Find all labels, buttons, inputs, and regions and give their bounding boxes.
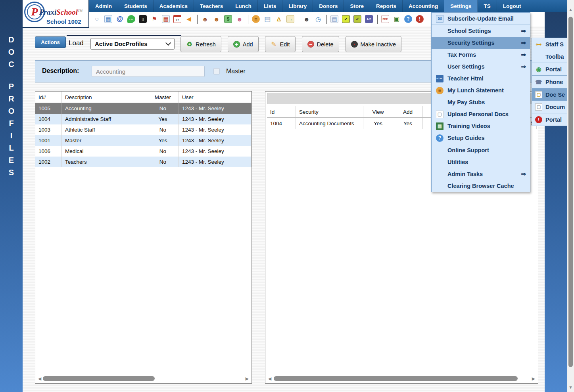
chat-bubble-icon[interactable]: ⋯ [127, 15, 135, 23]
submenu-item[interactable]: ! Portal [532, 113, 567, 126]
nav-store[interactable]: Store [344, 0, 370, 12]
vertical-scroll-thumb[interactable] [568, 17, 573, 367]
nav-settings[interactable]: Settings [444, 0, 478, 12]
bell-icon[interactable]: Δ [275, 15, 283, 23]
nav-ts[interactable]: TS [478, 0, 497, 12]
mute-flag-icon[interactable]: ⚑ [150, 15, 158, 23]
print-check-icon[interactable]: ✓ [353, 15, 361, 23]
scroll-left-icon[interactable]: ◀ [267, 376, 272, 381]
money-icon[interactable]: $ [224, 15, 232, 23]
col-add[interactable]: Add [393, 106, 423, 117]
calendar-grid-icon[interactable]: ▦ [104, 15, 112, 23]
scroll-down-icon[interactable]: ▼ [567, 385, 574, 390]
calendar-date-icon[interactable]: 17 [173, 15, 181, 23]
mobile-phone-icon[interactable]: ▯ [139, 15, 147, 23]
nav-admin[interactable]: Admin [89, 0, 118, 12]
profile-row[interactable]: 1003 Athletic Staff No 1243 - Mr. Seeley [35, 124, 251, 135]
settings-menu-item[interactable]: Security Settings ⇒ [432, 37, 530, 49]
col-id[interactable]: Id [267, 106, 296, 117]
actions-tab[interactable]: Actions [35, 36, 66, 48]
settings-menu-item[interactable]: HTML Teacher Html [432, 73, 530, 84]
send-note-icon[interactable]: → [286, 15, 294, 23]
profiles-hscrollbar[interactable]: ◀ ▶ [36, 375, 250, 382]
settings-menu-item[interactable]: Admin Tasks ⇒ [432, 168, 530, 180]
cash-register-icon[interactable]: ▣ [393, 15, 401, 23]
col-id[interactable]: Id# [35, 92, 62, 103]
delete-button[interactable]: − Delete [302, 36, 339, 52]
help-icon[interactable]: ? [404, 15, 412, 23]
hscroll-thumb[interactable] [274, 376, 518, 381]
scroll-right-icon[interactable]: ▶ [531, 376, 536, 381]
search-icon[interactable]: ○ [93, 15, 101, 23]
make-inactive-button[interactable]: ▪ Make Inactive [346, 36, 401, 52]
settings-menu-item[interactable]: Tax Forms ⇒ [432, 49, 530, 61]
ap-badge-icon[interactable]: A/P [365, 15, 373, 23]
col-security[interactable]: Security [296, 106, 363, 117]
lunch-burger-icon[interactable]: ≡ [252, 15, 260, 23]
scroll-right-icon[interactable]: ▶ [245, 376, 250, 381]
student-icon[interactable]: ☻ [213, 15, 221, 23]
docprofiles-select[interactable]: Active DocProfiles [90, 38, 175, 50]
scroll-left-icon[interactable]: ◀ [37, 376, 42, 381]
security-hscrollbar[interactable]: ◀ ▶ [267, 375, 537, 382]
profile-row[interactable]: 1002 Teachers No 1243 - Mr. Seeley [35, 157, 251, 167]
nav-lunch[interactable]: Lunch [229, 0, 258, 12]
profile-row[interactable]: 1001 Master Yes 1243 - Mr. Seeley [35, 135, 251, 146]
settings-menu-item[interactable]: Online Support [432, 144, 530, 156]
submenu-item[interactable]: Toolba [532, 50, 567, 63]
settings-menu-item[interactable]: Utilities [432, 156, 530, 168]
edit-button[interactable]: ✎ Edit [265, 36, 296, 52]
master-checkbox[interactable] [213, 68, 220, 75]
globe-icon: ◉ [535, 66, 542, 73]
add-button[interactable]: + Add [228, 36, 259, 52]
alarm-clock-icon[interactable]: ◷ [314, 15, 322, 23]
settings-menu-item[interactable]: ? Setup Guides [432, 132, 530, 144]
nav-reports[interactable]: Reports [370, 0, 403, 12]
paycheck-icon[interactable]: ✓ [342, 15, 350, 23]
profile-row[interactable]: 1004 Administrative Staff Yes 1243 - Mr.… [35, 114, 251, 124]
submenu-item[interactable]: ⊶ Staff S [532, 38, 567, 50]
scroll-up-icon[interactable]: ▲ [567, 7, 574, 12]
settings-menu-item[interactable]: ▢ Upload Personal Docs [432, 108, 530, 120]
calculator-icon[interactable]: ▦ [162, 15, 170, 23]
submenu-item[interactable]: ◉ Portal [532, 63, 567, 76]
email-at-icon[interactable]: @ [116, 15, 124, 23]
nav-library[interactable]: Library [282, 0, 313, 12]
family-group-icon[interactable]: ☻ [236, 15, 244, 23]
nav-donors[interactable]: Donors [313, 0, 344, 12]
description-input[interactable]: Accounting [92, 66, 205, 77]
spreadsheet-icon[interactable]: ▤ [330, 15, 338, 23]
nav-logout[interactable]: Logout [497, 0, 528, 12]
settings-menu-item[interactable]: Clearing Browser Cache [432, 180, 530, 192]
settings-menu-item[interactable]: ✉ Subscribe-Update Email [432, 13, 530, 25]
settings-menu-item[interactable]: My Pay Stubs [432, 96, 530, 108]
staff-person-icon[interactable]: ☻ [303, 15, 311, 23]
settings-menu-item[interactable]: ≡ My Lunch Statement [432, 84, 530, 96]
refresh-button[interactable]: ♻ Refresh [180, 36, 221, 52]
col-user[interactable]: User [179, 92, 251, 103]
pdf-icon[interactable]: PDF [381, 15, 389, 23]
page-vertical-scrollbar[interactable]: ▲ ▼ [567, 0, 574, 392]
nav-teachers[interactable]: Teachers [194, 0, 229, 12]
settings-menu-item[interactable]: ▤ Training Videos [432, 120, 530, 132]
nav-lists[interactable]: Lists [258, 0, 283, 12]
nav-accounting[interactable]: Accounting [403, 0, 444, 12]
col-description[interactable]: Description [62, 92, 147, 103]
col-view[interactable]: View [363, 106, 393, 117]
profile-row[interactable]: 1005 Accounting No 1243 - Mr. Seeley [35, 103, 251, 114]
submenu-item[interactable]: ▢ Doc Se [532, 88, 567, 101]
col-master[interactable]: Master [147, 92, 179, 103]
settings-menu-item[interactable]: School Settings ⇒ [432, 25, 530, 37]
megaphone-icon[interactable]: ◀ [185, 15, 193, 23]
hscroll-thumb[interactable] [43, 376, 155, 381]
library-book-icon[interactable]: ▤ [263, 15, 271, 23]
nav-academics[interactable]: Academics [154, 0, 194, 12]
profile-row[interactable]: 1006 Medical No 1243 - Mr. Seeley [35, 146, 251, 157]
settings-menu-item[interactable]: User Settings ⇒ [432, 61, 530, 73]
alert-icon[interactable]: ! [416, 15, 424, 23]
tab-strip-line [67, 35, 181, 36]
submenu-item[interactable]: ☎ Phone [532, 76, 567, 88]
add-student-icon[interactable]: ☻ [201, 15, 209, 23]
submenu-item[interactable]: ▢ Docum [532, 101, 567, 113]
nav-students[interactable]: Students [118, 0, 154, 12]
